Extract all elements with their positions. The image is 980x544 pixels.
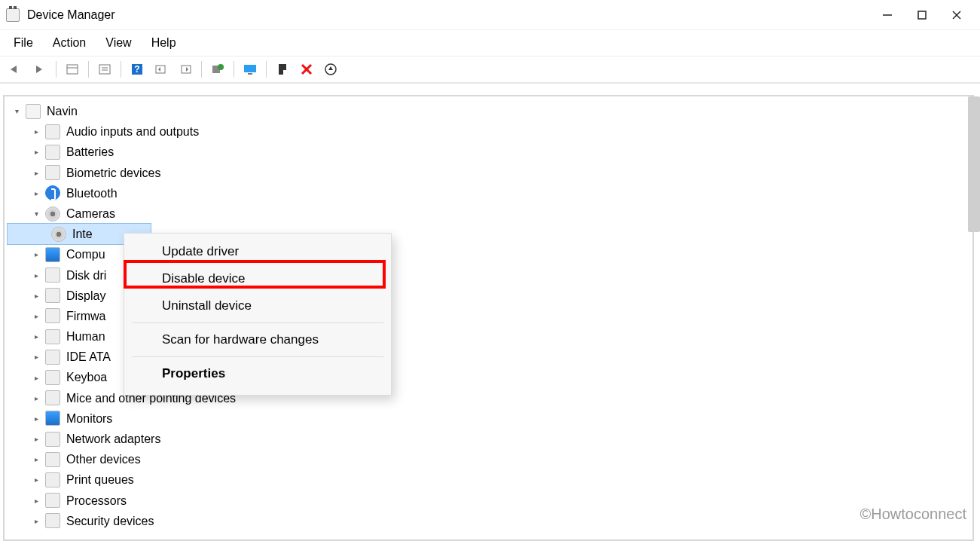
tree-root[interactable]: ▾ Navin xyxy=(8,101,969,121)
chevron-right-icon[interactable]: ▸ xyxy=(30,412,42,424)
toolbar-sep xyxy=(88,61,89,78)
svg-text:?: ? xyxy=(134,64,139,75)
toolbar-help[interactable]: ? xyxy=(127,60,147,79)
ctx-separator xyxy=(132,356,383,357)
maximize-button[interactable] xyxy=(905,0,939,30)
monitor-icon xyxy=(45,411,60,426)
minimize-button[interactable] xyxy=(870,0,905,30)
chevron-right-icon[interactable]: ▸ xyxy=(30,474,42,486)
toolbar-show-hidden[interactable] xyxy=(63,60,82,79)
svg-marker-25 xyxy=(328,66,333,70)
update-icon xyxy=(211,63,224,76)
minimize-icon xyxy=(882,10,893,20)
tree-node-print[interactable]: ▸ Print queues xyxy=(8,469,969,490)
svg-rect-1 xyxy=(918,11,926,19)
tree-label: Inte xyxy=(72,224,93,244)
chevron-right-icon[interactable]: ▸ xyxy=(30,249,42,261)
help-icon: ? xyxy=(130,63,144,76)
window-title: Device Manager xyxy=(27,8,115,22)
svg-rect-8 xyxy=(99,65,110,74)
toolbar-sep xyxy=(234,61,234,78)
camera-icon xyxy=(45,206,60,222)
ctx-update-driver[interactable]: Update driver xyxy=(124,238,391,265)
tree-label: Network adapters xyxy=(66,429,160,449)
chevron-down-icon[interactable]: ▾ xyxy=(11,105,23,118)
tree-label: IDE ATA xyxy=(66,347,111,367)
display-icon xyxy=(45,288,60,303)
chevron-right-icon[interactable]: ▸ xyxy=(30,289,42,301)
ctx-properties[interactable]: Properties xyxy=(124,360,391,387)
chevron-right-icon[interactable]: ▸ xyxy=(30,146,42,158)
toolbar-scan-next[interactable] xyxy=(176,60,195,79)
bluetooth-icon xyxy=(45,185,60,200)
tree-node-cameras[interactable]: ▾ Cameras xyxy=(8,203,969,224)
chevron-right-icon[interactable]: ▸ xyxy=(30,433,42,445)
toolbar-sep xyxy=(201,61,202,78)
chevron-right-icon[interactable]: ▸ xyxy=(30,269,42,281)
toolbar-scan-hw[interactable] xyxy=(321,60,340,79)
tree-node-bluetooth[interactable]: ▸ Bluetooth xyxy=(8,183,969,203)
tree-node-biometric[interactable]: ▸ Biometric devices xyxy=(8,163,969,183)
close-button[interactable] xyxy=(939,0,974,30)
properties-icon xyxy=(98,63,111,75)
chevron-right-icon[interactable]: ▸ xyxy=(30,351,42,363)
chevron-right-icon[interactable]: ▸ xyxy=(30,310,42,322)
battery-icon xyxy=(45,145,60,160)
ctx-separator xyxy=(132,322,383,323)
tree-label: Other devices xyxy=(66,449,141,469)
chevron-down-icon[interactable]: ▾ xyxy=(30,208,42,220)
scrollbar-thumb[interactable] xyxy=(968,96,980,232)
chevron-right-icon[interactable]: ▸ xyxy=(30,331,42,343)
tree-node-processors[interactable]: ▸ Processors xyxy=(8,491,969,511)
toolbar-forward[interactable] xyxy=(30,60,50,79)
menu-view[interactable]: View xyxy=(102,35,134,51)
close-icon xyxy=(951,10,962,20)
svg-marker-21 xyxy=(279,64,286,75)
toolbar-remove-device[interactable] xyxy=(297,60,316,79)
chevron-right-icon[interactable]: ▸ xyxy=(30,371,42,384)
menu-action[interactable]: Action xyxy=(50,35,89,51)
chevron-right-icon[interactable]: ▸ xyxy=(30,454,42,466)
svg-marker-4 xyxy=(11,66,17,73)
toolbar-enable-device[interactable] xyxy=(273,60,292,79)
scan-prev-icon xyxy=(154,63,168,75)
other-icon xyxy=(45,452,60,467)
toolbar-monitor[interactable] xyxy=(240,60,260,79)
chevron-right-icon[interactable]: ▸ xyxy=(30,392,42,404)
ctx-scan-hw[interactable]: Scan for hardware changes xyxy=(124,326,391,353)
menu-file[interactable]: File xyxy=(11,35,36,51)
tree-label: Compu xyxy=(66,244,105,264)
tree-node-audio[interactable]: ▸ Audio inputs and outputs xyxy=(8,121,969,142)
chevron-right-icon[interactable]: ▸ xyxy=(30,515,42,527)
tree-node-monitors[interactable]: ▸ Monitors xyxy=(8,408,969,429)
maximize-icon xyxy=(917,11,927,20)
tree-label: Bluetooth xyxy=(66,183,118,203)
chevron-right-icon[interactable]: ▸ xyxy=(30,187,42,199)
toolbar-sep xyxy=(56,61,56,78)
toolbar-properties[interactable] xyxy=(95,60,114,79)
printer-icon xyxy=(45,472,60,487)
keyboard-icon xyxy=(45,370,60,385)
app-icon xyxy=(6,8,20,22)
remove-icon xyxy=(300,63,313,76)
watermark: ©Howtoconnect xyxy=(860,506,966,523)
ctx-disable-device[interactable]: Disable device xyxy=(124,265,391,292)
cpu-icon xyxy=(45,493,60,508)
tree-node-network[interactable]: ▸ Network adapters xyxy=(8,429,969,449)
ctx-uninstall-device[interactable]: Uninstall device xyxy=(124,292,391,319)
chevron-right-icon[interactable]: ▸ xyxy=(30,494,42,506)
toolbar-back[interactable] xyxy=(6,60,26,79)
svg-marker-14 xyxy=(158,67,160,72)
chevron-right-icon[interactable]: ▸ xyxy=(30,126,42,138)
disk-icon xyxy=(45,267,60,283)
tree-node-batteries[interactable]: ▸ Batteries xyxy=(8,142,969,162)
chip-icon xyxy=(45,308,60,323)
toolbar-scan-prev[interactable] xyxy=(151,60,171,79)
chevron-right-icon[interactable]: ▸ xyxy=(30,167,42,179)
menu-help[interactable]: Help xyxy=(148,35,179,51)
tree-node-other[interactable]: ▸ Other devices xyxy=(8,449,969,469)
svg-rect-20 xyxy=(248,73,252,75)
toolbar-update-driver[interactable] xyxy=(208,60,227,79)
tree-node-security[interactable]: ▸ Security devices xyxy=(8,511,969,531)
tree-label: Batteries xyxy=(66,142,114,162)
